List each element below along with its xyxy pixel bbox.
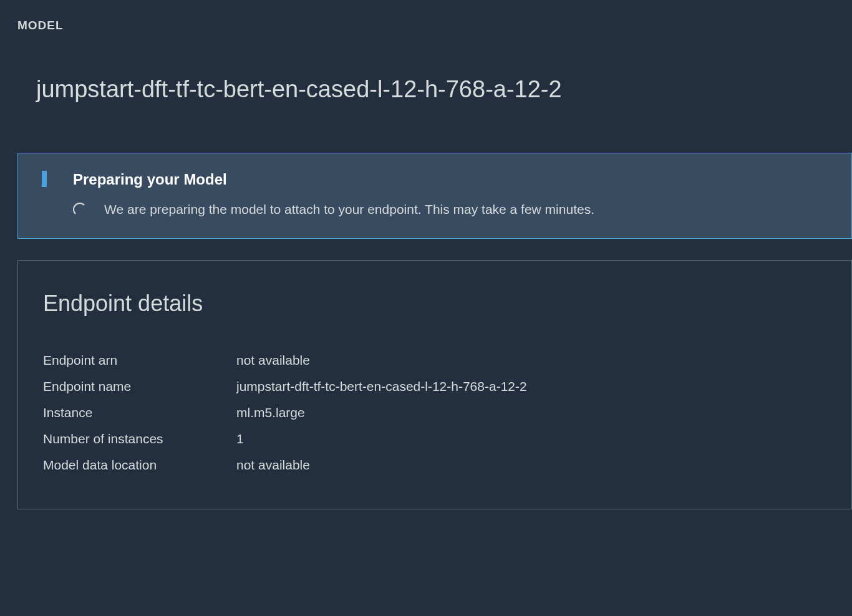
endpoint-details-panel: Endpoint details Endpoint arn not availa… bbox=[17, 260, 852, 509]
detail-row-endpoint-arn: Endpoint arn not available bbox=[43, 353, 826, 368]
details-heading: Endpoint details bbox=[43, 291, 826, 317]
detail-label: Endpoint arn bbox=[43, 353, 236, 368]
detail-value: ml.m5.large bbox=[236, 405, 826, 420]
notification-body: We are preparing the model to attach to … bbox=[73, 202, 833, 217]
detail-value: not available bbox=[236, 353, 826, 368]
detail-value: 1 bbox=[236, 431, 826, 446]
notification-title: Preparing your Model bbox=[73, 171, 833, 188]
detail-row-model-data-location: Model data location not available bbox=[43, 458, 826, 473]
detail-value: not available bbox=[236, 458, 826, 473]
detail-label: Endpoint name bbox=[43, 379, 236, 394]
detail-label: Model data location bbox=[43, 458, 236, 473]
notification-panel: Preparing your Model We are preparing th… bbox=[17, 153, 852, 239]
notification-accent-bar bbox=[42, 171, 47, 187]
detail-row-num-instances: Number of instances 1 bbox=[43, 431, 826, 446]
detail-label: Instance bbox=[43, 405, 236, 420]
detail-row-instance: Instance ml.m5.large bbox=[43, 405, 826, 420]
detail-row-endpoint-name: Endpoint name jumpstart-dft-tf-tc-bert-e… bbox=[43, 379, 826, 394]
notification-message: We are preparing the model to attach to … bbox=[104, 202, 594, 217]
detail-label: Number of instances bbox=[43, 431, 236, 446]
section-label: MODEL bbox=[0, 0, 852, 32]
model-title: jumpstart-dft-tf-tc-bert-en-cased-l-12-h… bbox=[0, 32, 852, 103]
detail-value: jumpstart-dft-tf-tc-bert-en-cased-l-12-h… bbox=[236, 379, 826, 394]
loading-spinner-icon bbox=[73, 203, 87, 216]
